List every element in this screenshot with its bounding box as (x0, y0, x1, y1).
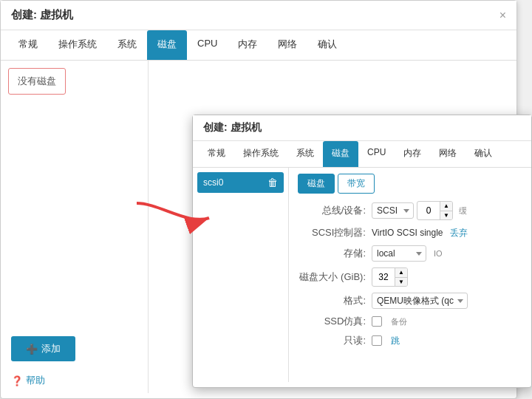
ssd-checkbox[interactable] (372, 316, 382, 327)
storage-label: 存储: (298, 247, 372, 260)
fg-dialog-title: 创建: 虚拟机 (203, 121, 262, 134)
skip-link: 跳 (391, 335, 400, 347)
inner-tabs: 磁盘 带宽 (298, 174, 522, 194)
disk-item-scsi0[interactable]: scsi0 🗑 (197, 172, 284, 193)
fg-tab-memory[interactable]: 内存 (395, 141, 430, 167)
backup-label: 备份 (391, 316, 407, 327)
format-select[interactable]: QEMU映像格式 (qco raw vmdk (372, 293, 468, 309)
bg-tabs: 常规 操作系统 系统 磁盘 CPU 内存 网络 确认 (1, 30, 516, 61)
cache-label: 缓 (459, 205, 467, 216)
disk-size-control: 32 ▲ ▼ (372, 267, 408, 287)
bg-close-button[interactable]: × (499, 9, 506, 22)
disk-size-value: 32 (372, 270, 395, 284)
disk-size-up[interactable]: ▲ (395, 268, 407, 278)
ssd-control: 备份 (372, 316, 407, 327)
fg-tab-network[interactable]: 网络 (430, 141, 466, 167)
disk-size-spin: 32 ▲ ▼ (372, 267, 408, 287)
fg-disk-list: scsi0 🗑 (193, 168, 289, 382)
disk-size-spin-buttons: ▲ ▼ (395, 268, 407, 286)
help-label: 帮助 (26, 374, 45, 387)
scsi-controller-row: SCSI控制器: VirtIO SCSI single 丢弃 (298, 226, 522, 239)
format-row: 格式: QEMU映像格式 (qco raw vmdk (298, 293, 522, 309)
bg-tab-cpu[interactable]: CPU (187, 30, 228, 60)
foreground-dialog: 创建: 虚拟机 常规 操作系统 系统 磁盘 CPU 内存 网络 确认 scsi0… (192, 115, 532, 388)
bus-device-label: 总线/设备: (298, 204, 372, 217)
help-icon: ❓ (11, 375, 23, 386)
bg-tab-disk[interactable]: 磁盘 (147, 30, 187, 60)
scsi-controller-control: VirtIO SCSI single 丢弃 (372, 227, 468, 239)
help-button[interactable]: ❓ 帮助 (11, 374, 45, 387)
fg-body: scsi0 🗑 磁盘 带宽 总线/设备: SCSI IDE SATA VirtI… (193, 168, 531, 382)
storage-control: local local-lvm IO (372, 245, 443, 262)
fg-tab-system[interactable]: 系统 (287, 141, 323, 167)
io-thread-label: IO (434, 249, 443, 258)
bg-tab-general[interactable]: 常规 (8, 30, 48, 60)
fg-tab-general[interactable]: 常规 (199, 141, 234, 167)
bg-tab-os[interactable]: 操作系统 (48, 30, 107, 60)
discard-link: 丢弃 (450, 227, 468, 239)
scsi-controller-label: SCSI控制器: (298, 226, 372, 239)
bg-tab-confirm[interactable]: 确认 (307, 30, 347, 60)
bus-select[interactable]: SCSI IDE SATA VirtIO (372, 202, 414, 219)
format-label: 格式: (298, 294, 372, 307)
no-disk-label: 没有磁盘 (8, 68, 66, 95)
ssd-row: SSD仿真: 备份 (298, 315, 522, 328)
inner-tab-disk[interactable]: 磁盘 (298, 174, 335, 194)
bg-tab-network[interactable]: 网络 (267, 30, 307, 60)
storage-row: 存储: local local-lvm IO (298, 245, 522, 262)
bg-tab-memory[interactable]: 内存 (228, 30, 267, 60)
bus-device-row: 总线/设备: SCSI IDE SATA VirtIO 0 ▲ ▼ (298, 201, 522, 220)
bg-dialog-title: 创建: 虚拟机 (11, 8, 73, 22)
fg-tab-os[interactable]: 操作系统 (234, 141, 287, 167)
delete-disk-icon[interactable]: 🗑 (267, 177, 278, 188)
fg-tabs: 常规 操作系统 系统 磁盘 CPU 内存 网络 确认 (193, 141, 531, 168)
disk-size-row: 磁盘大小 (GiB): 32 ▲ ▼ (298, 267, 522, 287)
device-spin-down[interactable]: ▼ (440, 211, 452, 220)
device-spin: 0 ▲ ▼ (417, 201, 453, 220)
fg-title-bar: 创建: 虚拟机 (193, 115, 531, 141)
scsi-controller-value: VirtIO SCSI single (372, 228, 443, 238)
device-spin-buttons: ▲ ▼ (440, 202, 452, 219)
storage-select[interactable]: local local-lvm (372, 245, 426, 262)
device-spin-up[interactable]: ▲ (440, 202, 452, 211)
ssd-label: SSD仿真: (298, 315, 372, 328)
readonly-checkbox[interactable] (372, 335, 382, 346)
fg-tab-confirm[interactable]: 确认 (466, 141, 501, 167)
device-spin-value: 0 (417, 203, 440, 218)
fg-tab-cpu[interactable]: CPU (358, 141, 395, 167)
readonly-control: 跳 (372, 335, 400, 347)
add-label: 添加 (41, 342, 61, 355)
add-button[interactable]: ➕ 添加 (11, 336, 75, 361)
readonly-label: 只读: (298, 334, 372, 347)
disk-name: scsi0 (203, 177, 223, 188)
add-icon: ➕ (26, 344, 38, 355)
inner-tab-bandwidth[interactable]: 带宽 (338, 174, 375, 194)
fg-tab-disk[interactable]: 磁盘 (323, 141, 358, 167)
disk-size-down[interactable]: ▼ (395, 278, 407, 287)
format-control: QEMU映像格式 (qco raw vmdk (372, 293, 468, 309)
fg-disk-config: 磁盘 带宽 总线/设备: SCSI IDE SATA VirtIO 0 (289, 168, 531, 382)
readonly-row: 只读: 跳 (298, 334, 522, 347)
bg-tab-system[interactable]: 系统 (107, 30, 147, 60)
bg-title-bar: 创建: 虚拟机 × (1, 1, 516, 30)
disk-size-label: 磁盘大小 (GiB): (298, 270, 372, 284)
bus-device-control: SCSI IDE SATA VirtIO 0 ▲ ▼ 缓 (372, 201, 467, 220)
